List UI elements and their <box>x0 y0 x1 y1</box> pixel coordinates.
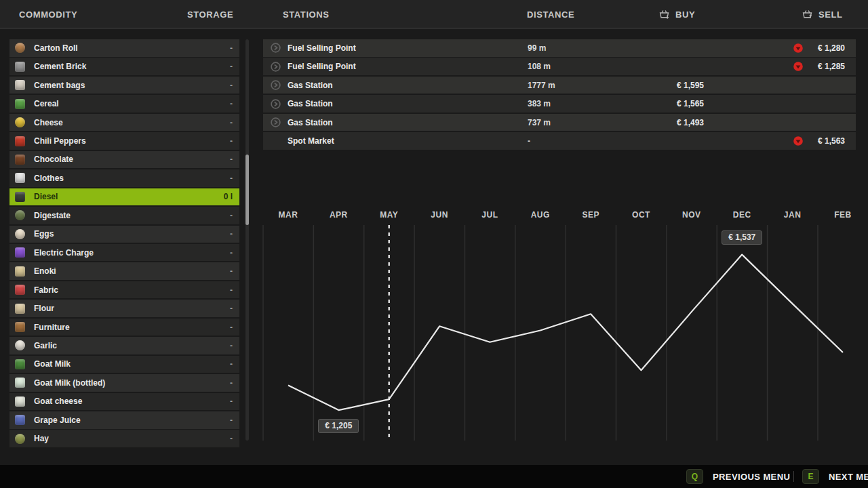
commodity-storage-value: - <box>230 155 233 164</box>
key-e-badge: E <box>802 469 819 484</box>
commodity-storage-value: - <box>230 211 233 220</box>
commodity-row[interactable]: Diesel0 l <box>9 188 239 206</box>
digestate-icon <box>15 210 25 220</box>
station-row[interactable]: Gas Station737 m€ 1,493 <box>263 114 856 131</box>
station-distance: 737 m <box>528 118 551 127</box>
waypoint-icon <box>270 42 281 54</box>
price-trend-down-icon <box>793 43 804 54</box>
commodity-label: Goat Milk <box>34 359 230 369</box>
station-distance: 108 m <box>528 62 551 71</box>
commodity-row[interactable]: Electric Charge- <box>9 244 239 262</box>
commodity-label: Cement Brick <box>34 62 230 71</box>
month-tick-label: JAN <box>772 210 813 220</box>
commodity-scrollbar-thumb[interactable] <box>245 155 249 225</box>
header-sell: SELL <box>818 9 843 20</box>
commodity-row[interactable]: Cheese- <box>9 114 239 131</box>
commodity-label: Cheese <box>34 118 230 127</box>
chocolate-icon <box>15 155 25 165</box>
commodity-storage-value: - <box>230 304 233 313</box>
commodity-storage-value: - <box>230 248 233 258</box>
commodity-row[interactable]: Goat Milk (bottled)- <box>9 374 239 392</box>
hay-icon <box>15 434 25 444</box>
commodity-storage-value: - <box>230 415 233 425</box>
commodity-row[interactable]: Eggs- <box>9 226 239 243</box>
commodity-label: Hay <box>34 434 230 443</box>
commodity-label: Carton Roll <box>34 43 230 53</box>
station-name: Fuel Selling Point <box>288 43 356 53</box>
commodity-row[interactable]: Digestate- <box>9 207 239 224</box>
commodity-row[interactable]: Grape Juice- <box>9 411 239 429</box>
footer-divider <box>793 471 794 482</box>
commodity-row[interactable]: Fabric- <box>9 281 239 299</box>
month-tick-label: JUL <box>469 210 510 220</box>
commodity-row[interactable]: Enoki- <box>9 262 239 280</box>
commodity-row[interactable]: Clothes- <box>9 169 239 187</box>
month-tick-label: DEC <box>722 210 762 220</box>
month-tick-label: MAY <box>369 210 410 220</box>
waypoint-icon <box>270 79 281 91</box>
commodity-label: Diesel <box>34 192 224 201</box>
buy-price: € 1,493 <box>677 118 704 127</box>
commodity-storage-value: - <box>230 43 233 53</box>
header-distance: DISTANCE <box>527 9 574 20</box>
station-distance: 99 m <box>528 43 546 53</box>
basket-buy-icon <box>658 9 670 20</box>
commodity-row[interactable]: Cereal- <box>9 95 239 113</box>
price-annotation-badge: € 1,537 <box>722 230 762 245</box>
price-trend-down-icon <box>793 61 804 72</box>
month-tick-label: JUN <box>419 210 460 220</box>
commodity-row[interactable]: Furniture- <box>9 319 239 336</box>
commodity-scrollbar-track <box>245 39 249 441</box>
month-tick-label: MAR <box>268 210 309 220</box>
commodity-row[interactable]: Hay- <box>9 430 239 447</box>
cereal-icon <box>15 99 25 109</box>
commodity-label: Fabric <box>34 285 230 295</box>
station-name: Gas Station <box>288 99 333 108</box>
commodity-label: Grape Juice <box>34 415 230 425</box>
electric-charge-icon <box>15 247 25 258</box>
commodity-label: Digestate <box>34 211 230 220</box>
station-name: Gas Station <box>288 118 333 127</box>
price-trend-down-icon <box>793 136 804 146</box>
commodity-row[interactable]: Carton Roll- <box>9 39 239 57</box>
commodity-row[interactable]: Flour- <box>9 300 239 317</box>
commodity-label: Enoki <box>34 266 230 276</box>
commodity-row[interactable]: Chocolate- <box>9 151 239 169</box>
diesel-icon <box>15 192 25 202</box>
commodity-row[interactable]: Chili Peppers- <box>9 132 239 150</box>
commodity-row[interactable]: Cement bags- <box>9 77 239 94</box>
station-name: Gas Station <box>288 81 333 90</box>
basket-sell-icon <box>802 9 813 20</box>
goat-cheese-icon <box>15 396 25 407</box>
station-distance: 1777 m <box>528 81 555 90</box>
month-tick-label: SEP <box>570 210 611 220</box>
next-menu-button[interactable]: E NEXT MENU <box>802 465 868 488</box>
previous-menu-button[interactable]: Q PREVIOUS MENU <box>686 465 790 488</box>
commodity-label: Cement bags <box>34 81 230 90</box>
commodity-storage-value: - <box>230 136 233 146</box>
commodity-storage-value: - <box>230 118 233 127</box>
sell-price-group: € 1,280 <box>793 43 845 54</box>
commodity-row[interactable]: Goat cheese- <box>9 393 239 411</box>
commodity-row[interactable]: Garlic- <box>9 337 239 354</box>
station-row[interactable]: Fuel Selling Point108 m€ 1,285 <box>263 58 856 75</box>
commodity-storage-value: - <box>230 341 233 350</box>
station-row[interactable]: Gas Station1777 m€ 1,595 <box>263 77 856 94</box>
station-distance: - <box>528 136 530 146</box>
commodity-row[interactable]: Goat Milk- <box>9 356 239 373</box>
commodity-storage-value: - <box>230 62 233 71</box>
previous-menu-label: PREVIOUS MENU <box>713 472 790 482</box>
waypoint-icon <box>270 98 281 110</box>
station-row[interactable]: Spot Market-€ 1,563 <box>263 132 856 150</box>
eggs-icon <box>15 229 25 239</box>
sell-price: € 1,285 <box>810 62 845 71</box>
station-row[interactable]: Fuel Selling Point99 m€ 1,280 <box>263 39 856 57</box>
commodity-label: Electric Charge <box>34 248 230 258</box>
station-row[interactable]: Gas Station383 m€ 1,565 <box>263 95 856 113</box>
header-commodity: COMMODITY <box>19 9 77 20</box>
commodity-storage-value: - <box>230 396 233 406</box>
grape-juice-icon <box>15 415 25 425</box>
furniture-icon <box>15 322 25 332</box>
commodity-row[interactable]: Cement Brick- <box>9 58 239 75</box>
carton-roll-icon <box>15 43 25 53</box>
